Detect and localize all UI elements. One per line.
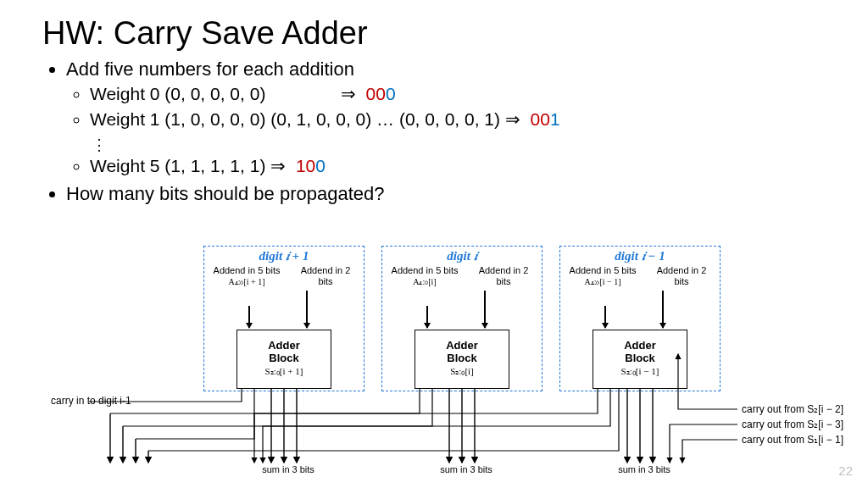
addend5-label: Addend in 5 bits A₄:₀[i − 1] [569,265,637,286]
bullet-how-many: How many bits should be propagated? [66,183,826,205]
digit-label: digit 𝑖 [382,249,542,263]
weight-5-line: Weight 5 (1, 1, 1, 1, 1) ⇒ 100 [90,154,826,178]
carry-out-2: carry out from S₂[i − 3] [742,419,843,430]
weight-0-line: Weight 0 (0, 0, 0, 0, 0) ⇒ 000 [90,82,826,106]
digit-label: digit 𝑖 + 1 [204,249,364,263]
stage-i: digit 𝑖 Addend in 5 bits A₄:₀[i] Addend … [381,246,542,391]
sum-label-1: sum in 3 bits [246,464,331,474]
carry-out-3: carry out from S₁[i − 1] [742,434,843,446]
csa-diagram: digit 𝑖 + 1 Addend in 5 bits A₄:₀[i + 1]… [0,244,868,481]
sum-label-2: sum in 3 bits [424,464,509,474]
stage-i-minus-1: digit 𝑖 − 1 Addend in 5 bits A₄:₀[i − 1]… [559,246,721,391]
stage-i-plus-1: digit 𝑖 + 1 Addend in 5 bits A₄:₀[i + 1]… [203,246,364,391]
adder-block: Adder Block S₂:₀[i] [415,330,509,389]
page-title: HW: Carry Save Adder [42,15,826,52]
sum-label-3: sum in 3 bits [602,464,687,474]
arrow-in-left [248,306,250,328]
page-number: 22 [838,463,853,478]
addend2-label: Addend in 2 bits [652,265,711,286]
bullet-add-five: Add five numbers for each addition [66,58,826,80]
carry-in-label: carry in to digit i-1 [51,395,131,407]
addend5-label: Addend in 5 bits A₄:₀[i + 1] [213,265,281,286]
carry-out-1: carry out from S₂[i − 2] [742,403,843,415]
adder-block: Adder Block S₂:₀[i − 1] [593,330,687,389]
addend5-label: Addend in 5 bits A₄:₀[i] [391,265,459,286]
addend2-label: Addend in 2 bits [296,265,355,286]
adder-block: Adder Block S₂:₀[i + 1] [236,330,331,389]
digit-label: digit 𝑖 − 1 [560,249,720,263]
addend2-label: Addend in 2 bits [474,265,533,286]
vertical-ellipsis: ⋮ [92,138,107,152]
arrow-in-right [306,291,308,328]
weight-1-line: Weight 1 (1, 0, 0, 0, 0) (0, 1, 0, 0, 0)… [90,108,826,131]
